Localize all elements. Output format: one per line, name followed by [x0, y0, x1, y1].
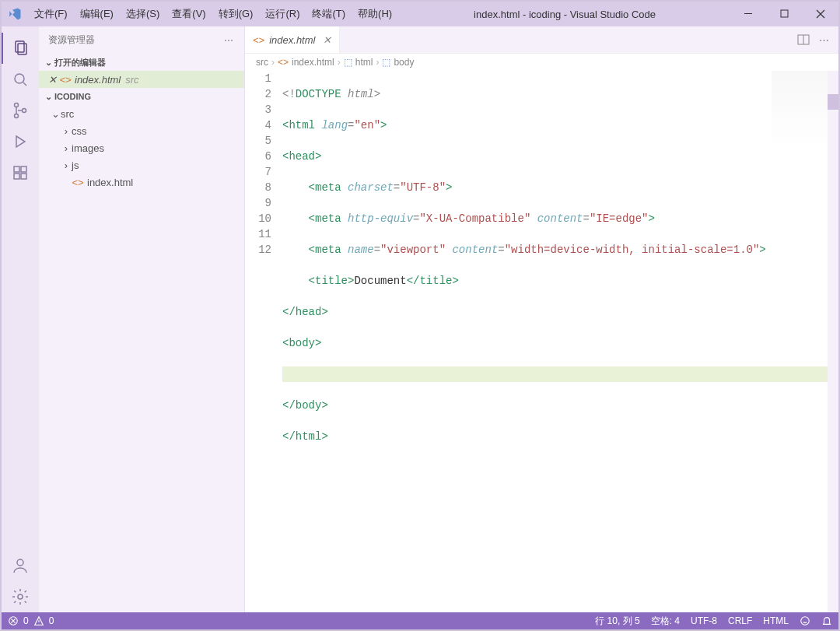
close-icon[interactable]: ✕: [323, 34, 331, 46]
tree-folder-js[interactable]: › js: [39, 156, 244, 174]
status-eol[interactable]: CRLF: [728, 615, 752, 626]
svg-point-12: [17, 559, 23, 566]
split-editor-icon[interactable]: [797, 33, 810, 46]
accounts-icon[interactable]: [2, 550, 39, 581]
sidebar: 资源管理器 ⋯ ⌄ 打开的编辑器 ✕ <> index.html src ⌄ I…: [39, 26, 245, 612]
feedback-icon[interactable]: [800, 615, 810, 626]
tree-folder-css[interactable]: › css: [39, 122, 244, 139]
open-editor-item[interactable]: ✕ <> index.html src: [39, 71, 244, 88]
file-label: index.html: [87, 177, 133, 188]
status-bar: 0 0 行 10, 列 5 空格: 4 UTF-8 CRLF HTML: [2, 612, 838, 629]
svg-rect-10: [14, 174, 19, 179]
svg-rect-8: [14, 167, 19, 172]
extensions-icon[interactable]: [2, 157, 39, 188]
tab-label: index.html: [269, 34, 315, 46]
svg-rect-11: [21, 174, 26, 179]
tree-folder-images[interactable]: › images: [39, 139, 244, 156]
html-file-icon: <>: [59, 74, 72, 86]
code-editor[interactable]: 1 2 3 4 5 6 7 8 9 10 11 12 <!DOCTYPE htm…: [245, 71, 838, 612]
svg-point-16: [801, 617, 810, 626]
menu-view[interactable]: 查看(V): [166, 2, 212, 26]
editor-group: <> index.html ✕ ⋯ src › <> index.html › …: [245, 26, 838, 612]
sidebar-title: 资源管理器: [48, 33, 95, 47]
breadcrumb-segment[interactable]: body: [394, 57, 414, 68]
html-file-icon: <>: [72, 177, 84, 188]
folder-label: src: [61, 108, 74, 120]
run-debug-icon[interactable]: [2, 126, 39, 157]
chevron-right-icon: ›: [376, 57, 379, 68]
menu-bar: 文件(F) 编辑(E) 选择(S) 查看(V) 转到(G) 运行(R) 终端(T…: [28, 2, 398, 26]
chevron-down-icon: ⌄: [50, 108, 61, 120]
svg-point-6: [15, 114, 19, 118]
scrollbar-thumb[interactable]: [828, 94, 838, 110]
vscode-logo-icon: [2, 7, 28, 21]
status-language[interactable]: HTML: [763, 615, 789, 626]
editor-tab[interactable]: <> index.html ✕: [245, 26, 340, 53]
activity-bar: [2, 26, 39, 612]
explorer-icon[interactable]: [2, 33, 39, 64]
html-file-icon: <>: [253, 34, 264, 46]
folder-label: js: [72, 160, 79, 171]
chevron-down-icon: ⌄: [42, 92, 54, 102]
svg-point-5: [15, 103, 19, 107]
line-numbers: 1 2 3 4 5 6 7 8 9 10 11 12: [245, 71, 282, 612]
search-icon[interactable]: [2, 64, 39, 95]
menu-run[interactable]: 运行(R): [259, 2, 306, 26]
breadcrumb-segment[interactable]: html: [355, 57, 373, 68]
symbol-icon: ⬚: [344, 57, 352, 68]
folder-label: css: [72, 125, 87, 137]
svg-point-4: [15, 74, 24, 83]
breadcrumb-segment[interactable]: index.html: [292, 57, 334, 68]
chevron-right-icon: ›: [271, 57, 275, 68]
editor-tabs: <> index.html ✕ ⋯: [245, 26, 838, 54]
maximize-button[interactable]: [767, 2, 803, 26]
breadcrumb[interactable]: src › <> index.html › ⬚ html › ⬚ body: [245, 54, 838, 71]
sidebar-more-icon[interactable]: ⋯: [224, 35, 235, 46]
notifications-bell-icon[interactable]: [821, 615, 832, 626]
minimize-button[interactable]: [731, 2, 767, 26]
status-cursor-position[interactable]: 行 10, 列 5: [595, 615, 639, 628]
chevron-right-icon: ›: [61, 160, 72, 171]
open-editor-folder: src: [125, 74, 138, 86]
menu-selection[interactable]: 选择(S): [120, 2, 166, 26]
close-button[interactable]: [803, 2, 838, 26]
breadcrumb-segment[interactable]: src: [256, 57, 268, 68]
menu-file[interactable]: 文件(F): [28, 2, 74, 26]
chevron-right-icon: ›: [338, 57, 341, 68]
open-editors-label: 打开的编辑器: [54, 57, 106, 68]
menu-help[interactable]: 帮助(H): [352, 2, 398, 26]
html-file-icon: <>: [278, 57, 289, 68]
svg-point-13: [18, 594, 23, 599]
svg-rect-0: [744, 13, 752, 14]
menu-go[interactable]: 转到(G): [212, 2, 260, 26]
chevron-right-icon: ›: [61, 142, 72, 154]
close-icon[interactable]: ✕: [45, 74, 59, 86]
vertical-scrollbar[interactable]: [828, 71, 838, 612]
project-section[interactable]: ⌄ ICODING: [39, 88, 244, 105]
svg-rect-9: [21, 167, 26, 172]
folder-label: images: [72, 142, 104, 154]
settings-gear-icon[interactable]: [2, 581, 39, 612]
menu-edit[interactable]: 编辑(E): [74, 2, 120, 26]
tree-folder-src[interactable]: ⌄ src: [39, 105, 244, 122]
minimap[interactable]: [772, 71, 828, 149]
chevron-down-icon: ⌄: [42, 58, 54, 68]
status-encoding[interactable]: UTF-8: [691, 615, 717, 626]
code-content[interactable]: <!DOCTYPE html> <html lang="en"> <head> …: [282, 71, 838, 612]
open-editors-section[interactable]: ⌄ 打开的编辑器: [39, 54, 244, 71]
title-bar: 文件(F) 编辑(E) 选择(S) 查看(V) 转到(G) 运行(R) 终端(T…: [2, 2, 838, 26]
svg-rect-1: [781, 10, 788, 17]
status-problems[interactable]: 0 0: [8, 615, 54, 626]
project-label: ICODING: [54, 92, 91, 101]
status-indentation[interactable]: 空格: 4: [651, 615, 680, 628]
sidebar-header: 资源管理器 ⋯: [39, 26, 244, 54]
source-control-icon[interactable]: [2, 95, 39, 126]
more-actions-icon[interactable]: ⋯: [819, 34, 831, 46]
window-title: index.html - icoding - Visual Studio Cod…: [398, 9, 731, 20]
open-editor-filename: index.html: [75, 74, 121, 86]
menu-terminal[interactable]: 终端(T): [306, 2, 352, 26]
svg-rect-2: [16, 41, 24, 52]
svg-rect-3: [18, 44, 26, 54]
window-controls: [731, 2, 838, 26]
tree-file-index[interactable]: <> index.html: [39, 174, 244, 191]
